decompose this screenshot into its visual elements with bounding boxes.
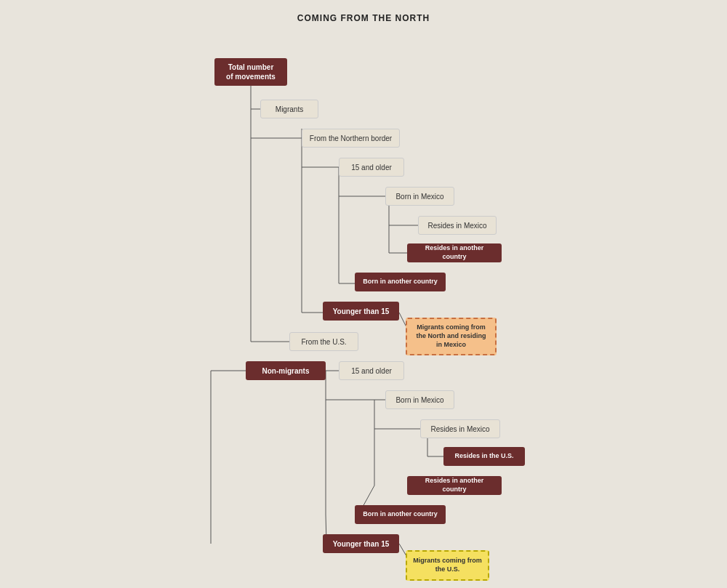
node-migrants: Migrants xyxy=(260,100,318,118)
node-n-resides-another: Resides in another country xyxy=(407,243,502,262)
diagram: Total numberof movements Migrants From t… xyxy=(0,31,727,583)
node-from-us: From the U.S. xyxy=(289,332,358,351)
page-title: COMING FROM THE NORTH xyxy=(0,0,727,31)
node-nm-15-older: 15 and older xyxy=(339,361,404,380)
node-nm-born-mexico: Born in Mexico xyxy=(385,390,454,409)
node-nm-younger-15: Younger than 15 xyxy=(323,534,399,553)
node-non-migrants: Non-migrants xyxy=(246,361,326,380)
node-n-born-mexico: Born in Mexico xyxy=(385,187,454,206)
node-total: Total numberof movements xyxy=(214,58,287,86)
node-n-born-another: Born in another country xyxy=(355,273,446,291)
node-n-younger-15: Younger than 15 xyxy=(323,302,399,321)
node-migrants-north-mexico: Migrants coming fromthe North and residi… xyxy=(406,318,497,355)
node-nm-resides-us: Resides in the U.S. xyxy=(443,447,525,466)
node-n-resides-mexico: Resides in Mexico xyxy=(418,216,497,235)
node-nm-resides-mexico: Resides in Mexico xyxy=(420,419,500,438)
node-from-north-border: From the Northern border xyxy=(302,129,400,148)
node-n-15-older: 15 and older xyxy=(339,158,404,177)
node-nm-resides-another: Resides in another country xyxy=(407,476,502,495)
node-nm-born-another: Born in another country xyxy=(355,505,446,524)
node-migrants-us: Migrants coming fromthe U.S. xyxy=(406,550,489,581)
